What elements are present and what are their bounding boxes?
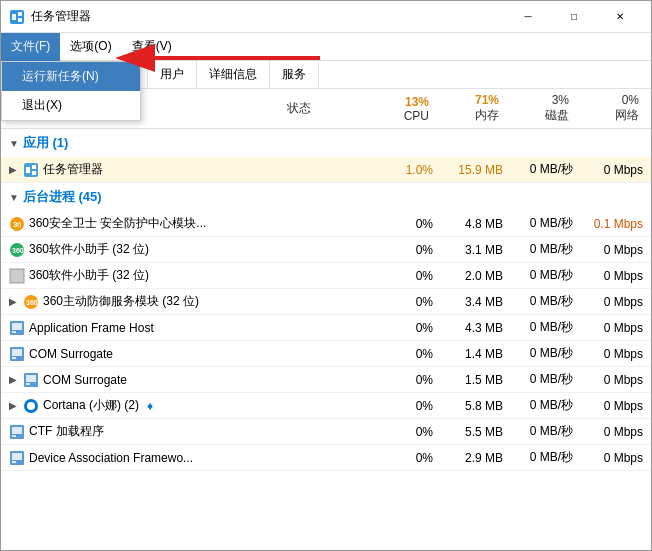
proc-mem: 5.8 MB — [441, 399, 511, 413]
table-row[interactable]: 36 360安全卫士 安全防护中心模块... 0% 4.8 MB 0 MB/秒 … — [1, 211, 651, 237]
process-name: 36 360安全卫士 安全防护中心模块... — [1, 215, 291, 232]
table-row[interactable]: Application Frame Host 0% 4.3 MB 0 MB/秒 … — [1, 315, 651, 341]
table-row[interactable]: ▶ 任务管理器 1.0% 15.9 MB 0 MB/秒 0 Mbps — [1, 157, 651, 183]
col-header-cpu[interactable]: 13% CPU — [367, 95, 437, 123]
process-name: COM Surrogate — [1, 346, 291, 362]
menu-exit[interactable]: 退出(X) — [2, 91, 140, 120]
svg-rect-30 — [12, 427, 22, 434]
section-apps[interactable]: ▼ 应用 (1) — [1, 129, 651, 157]
proc-cpu: 0% — [371, 425, 441, 439]
title-bar: 任务管理器 ─ □ ✕ — [1, 1, 651, 33]
svg-text:360: 360 — [26, 299, 38, 306]
file-dropdown: 运行新任务(N) 退出(X) — [1, 61, 141, 121]
proc-disk: 0 MB/秒 — [511, 397, 581, 414]
table-row[interactable]: 360 360软件小助手 (32 位) 0% 3.1 MB 0 MB/秒 0 M… — [1, 237, 651, 263]
svg-text:360: 360 — [12, 247, 24, 254]
process-name: ▶ Cortana (小娜) (2) ♦ — [1, 397, 291, 414]
row-expand-icon: ▶ — [9, 400, 17, 411]
col-cpu-label: CPU — [404, 109, 429, 123]
section-apps-label: 应用 (1) — [23, 134, 69, 152]
proc-disk: 0 MB/秒 — [511, 241, 581, 258]
svg-rect-2 — [18, 12, 22, 16]
tab-users[interactable]: 用户 — [148, 61, 197, 89]
proc-net: 0 Mbps — [581, 425, 651, 439]
table-row[interactable]: ▶ Cortana (小娜) (2) ♦ 0% 5.8 MB 0 MB/秒 0 … — [1, 393, 651, 419]
tab-services[interactable]: 服务 — [270, 61, 319, 89]
proc-mem: 3.1 MB — [441, 243, 511, 257]
menu-view[interactable]: 查看(V) — [122, 33, 182, 61]
cortana-badge: ♦ — [147, 399, 153, 413]
section-background[interactable]: ▼ 后台进程 (45) — [1, 183, 651, 211]
table-row[interactable]: ▶ 360 360主动防御服务模块 (32 位) 0% 3.4 MB 0 MB/… — [1, 289, 651, 315]
process-name: 360软件小助手 (32 位) — [1, 267, 291, 284]
proc-cpu: 0% — [371, 451, 441, 465]
proc-cpu: 0% — [371, 269, 441, 283]
proc-net: 0 Mbps — [581, 163, 651, 177]
maximize-button[interactable]: □ — [551, 1, 597, 33]
minimize-button[interactable]: ─ — [505, 1, 551, 33]
process-name: 360 360软件小助手 (32 位) — [1, 241, 291, 258]
menu-file[interactable]: 文件(F) — [1, 33, 60, 61]
row-expand-icon: ▶ — [9, 164, 17, 175]
table-row[interactable]: 360软件小助手 (32 位) 0% 2.0 MB 0 MB/秒 0 Mbps — [1, 263, 651, 289]
process-icon — [23, 162, 39, 178]
proc-cpu: 0% — [371, 321, 441, 335]
col-header-status[interactable]: 状态 — [287, 100, 367, 117]
process-icon — [9, 424, 25, 440]
app-icon — [9, 9, 25, 25]
proc-cpu: 0% — [371, 217, 441, 231]
process-name: ▶ 360 360主动防御服务模块 (32 位) — [1, 293, 291, 310]
svg-rect-26 — [26, 383, 30, 385]
svg-rect-22 — [12, 349, 22, 356]
menu-new-task[interactable]: 运行新任务(N) — [2, 62, 140, 91]
process-icon: 36 — [9, 216, 25, 232]
table-row[interactable]: COM Surrogate 0% 1.4 MB 0 MB/秒 0 Mbps — [1, 341, 651, 367]
background-expand-icon: ▼ — [9, 192, 19, 203]
process-name: Device Association Framewo... — [1, 450, 291, 466]
table-row[interactable]: CTF 加载程序 0% 5.5 MB 0 MB/秒 0 Mbps — [1, 419, 651, 445]
window-controls: ─ □ ✕ — [505, 1, 643, 33]
col-network-percent: 0% — [622, 93, 639, 107]
proc-cpu: 0% — [371, 295, 441, 309]
proc-disk: 0 MB/秒 — [511, 215, 581, 232]
proc-net: 0 Mbps — [581, 295, 651, 309]
svg-rect-23 — [12, 357, 16, 359]
proc-cpu: 0% — [371, 243, 441, 257]
menu-bar: 文件(F) 选项(O) 查看(V) 运行新任务(N) 退出(X) — [1, 33, 651, 61]
proc-mem: 1.4 MB — [441, 347, 511, 361]
proc-mem: 5.5 MB — [441, 425, 511, 439]
proc-net: 0.1 Mbps — [581, 217, 651, 231]
proc-mem: 4.8 MB — [441, 217, 511, 231]
svg-rect-20 — [12, 331, 16, 333]
proc-mem: 1.5 MB — [441, 373, 511, 387]
tab-details[interactable]: 详细信息 — [197, 61, 270, 89]
process-icon — [9, 320, 25, 336]
proc-mem: 15.9 MB — [441, 163, 511, 177]
proc-net: 0 Mbps — [581, 373, 651, 387]
col-header-memory[interactable]: 71% 内存 — [437, 93, 507, 124]
col-cpu-percent: 13% — [405, 95, 429, 109]
svg-text:6: 6 — [17, 220, 22, 229]
svg-rect-15 — [10, 269, 24, 283]
menu-options[interactable]: 选项(O) — [60, 33, 121, 61]
proc-mem: 2.0 MB — [441, 269, 511, 283]
proc-mem: 3.4 MB — [441, 295, 511, 309]
svg-point-28 — [27, 402, 35, 410]
svg-rect-3 — [18, 18, 22, 22]
table-row[interactable]: ▶ COM Surrogate 0% 1.5 MB 0 MB/秒 0 Mbps — [1, 367, 651, 393]
proc-net: 0 Mbps — [581, 321, 651, 335]
proc-mem: 2.9 MB — [441, 451, 511, 465]
svg-rect-31 — [12, 435, 16, 437]
svg-rect-34 — [12, 461, 16, 463]
col-header-disk[interactable]: 3% 磁盘 — [507, 93, 577, 124]
proc-cpu: 1.0% — [371, 163, 441, 177]
proc-cpu: 0% — [371, 399, 441, 413]
col-header-network[interactable]: 0% 网络 — [577, 93, 647, 124]
process-icon — [23, 398, 39, 414]
col-disk-percent: 3% — [552, 93, 569, 107]
process-icon: 360 — [9, 242, 25, 258]
section-background-label: 后台进程 (45) — [23, 188, 102, 206]
process-table[interactable]: ▼ 应用 (1) ▶ 任务管理器 1.0% 15.9 MB 0 MB/秒 0 M… — [1, 129, 651, 550]
close-button[interactable]: ✕ — [597, 1, 643, 33]
table-row[interactable]: Device Association Framewo... 0% 2.9 MB … — [1, 445, 651, 471]
